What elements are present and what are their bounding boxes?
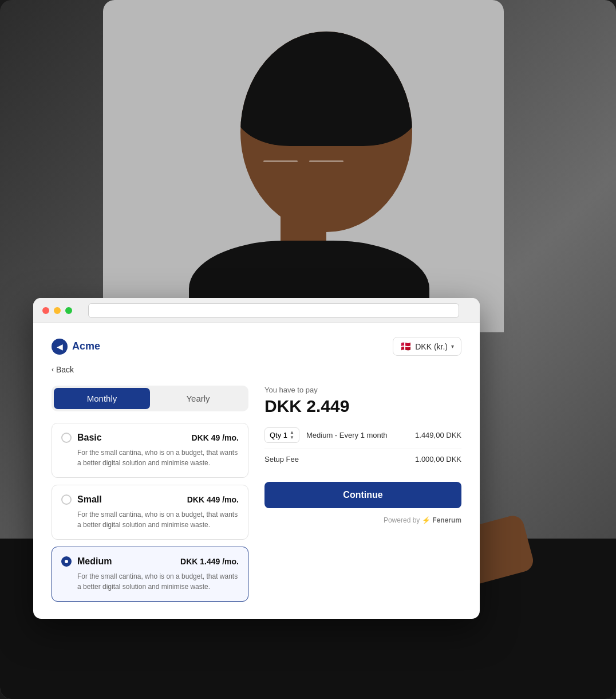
plan-card-medium[interactable]: Medium DKK 1.449 /mo. For the small cant… bbox=[52, 547, 248, 602]
order-details: Qty 1 ▲ ▼ Medium - Every 1 month 1.449,0… bbox=[264, 427, 461, 464]
powered-by: Powered by ⚡ Fenerum bbox=[264, 516, 461, 524]
radio-small[interactable] bbox=[61, 494, 72, 505]
plan-price-basic: DKK 49 /mo. bbox=[192, 433, 239, 442]
browser-window: ◀ Acme 🇩🇰 DKK (kr.) ▾ ‹ Back Monthly Yea… bbox=[33, 298, 480, 619]
window-close-dot[interactable] bbox=[42, 307, 49, 314]
app-header: ◀ Acme 🇩🇰 DKK (kr.) ▾ bbox=[52, 337, 461, 356]
radio-basic[interactable] bbox=[61, 433, 72, 443]
window-minimize-dot[interactable] bbox=[54, 307, 61, 314]
setup-fee-row: Setup Fee 1.000,00 DKK bbox=[264, 455, 461, 464]
address-bar[interactable] bbox=[88, 303, 459, 318]
qty-value: Qty 1 bbox=[270, 431, 287, 439]
continue-button[interactable]: Continue bbox=[264, 482, 461, 508]
qty-up-icon[interactable]: ▲ bbox=[290, 430, 294, 435]
main-layout: Monthly Yearly Basic DKK 49 /mo. For the… bbox=[52, 386, 461, 608]
browser-chrome bbox=[33, 298, 480, 323]
app-content: ◀ Acme 🇩🇰 DKK (kr.) ▾ ‹ Back Monthly Yea… bbox=[33, 323, 480, 619]
window-maximize-dot[interactable] bbox=[65, 307, 72, 314]
logo-text: Acme bbox=[72, 340, 100, 352]
setup-fee-label: Setup Fee bbox=[264, 455, 299, 464]
order-item-price: 1.449,00 DKK bbox=[415, 431, 461, 439]
plan-name-row-small: Small bbox=[61, 494, 102, 505]
qty-selector[interactable]: Qty 1 ▲ ▼ bbox=[264, 427, 299, 443]
back-chevron-icon: ‹ bbox=[52, 366, 54, 374]
logo-area: ◀ Acme bbox=[52, 339, 100, 355]
plan-price-medium: DKK 1.449 /mo. bbox=[180, 557, 239, 566]
currency-label: DKK (kr.) bbox=[415, 342, 448, 351]
fenerum-logo: ⚡ Fenerum bbox=[422, 516, 461, 524]
currency-selector[interactable]: 🇩🇰 DKK (kr.) ▾ bbox=[393, 337, 461, 356]
plan-name-small: Small bbox=[77, 494, 102, 505]
payment-amount: DKK 2.449 bbox=[264, 396, 461, 416]
billing-toggle: Monthly Yearly bbox=[52, 386, 248, 411]
plan-desc-basic: For the small cantina, who is on a budge… bbox=[61, 447, 239, 468]
setup-fee-price: 1.000,00 DKK bbox=[415, 455, 461, 464]
fenerum-icon: ⚡ bbox=[422, 516, 431, 524]
chevron-down-icon: ▾ bbox=[451, 343, 454, 350]
plan-card-basic[interactable]: Basic DKK 49 /mo. For the small cantina,… bbox=[52, 423, 248, 478]
flag-icon: 🇩🇰 bbox=[400, 341, 412, 352]
plan-name-row-basic: Basic bbox=[61, 433, 102, 443]
yearly-toggle-button[interactable]: Yearly bbox=[150, 388, 246, 409]
plan-card-small[interactable]: Small DKK 449 /mo. For the small cantina… bbox=[52, 485, 248, 540]
plan-price-small: DKK 449 /mo. bbox=[187, 495, 239, 504]
payment-label: You have to pay bbox=[264, 386, 461, 394]
monthly-toggle-button[interactable]: Monthly bbox=[54, 388, 150, 409]
left-column: Monthly Yearly Basic DKK 49 /mo. For the… bbox=[52, 386, 248, 608]
qty-down-icon[interactable]: ▼ bbox=[290, 435, 294, 440]
plan-name-row-medium: Medium bbox=[61, 556, 112, 567]
plan-desc-small: For the small cantina, who is on a budge… bbox=[61, 509, 239, 530]
plan-name-basic: Basic bbox=[77, 433, 102, 443]
divider bbox=[264, 449, 461, 449]
payment-panel: You have to pay DKK 2.449 Qty 1 ▲ ▼ Medi… bbox=[264, 386, 461, 608]
plan-desc-medium: For the small cantina, who is on a budge… bbox=[61, 571, 239, 592]
radio-inner-medium bbox=[65, 560, 68, 563]
plan-name-medium: Medium bbox=[77, 556, 112, 567]
radio-medium[interactable] bbox=[61, 556, 72, 567]
qty-arrows: ▲ ▼ bbox=[290, 430, 294, 440]
back-link[interactable]: ‹ Back bbox=[52, 365, 461, 374]
powered-by-label: Powered by bbox=[384, 516, 420, 524]
back-label: Back bbox=[56, 365, 74, 374]
qty-row: Qty 1 ▲ ▼ Medium - Every 1 month 1.449,0… bbox=[264, 427, 461, 443]
fenerum-brand-name: Fenerum bbox=[432, 516, 461, 524]
order-item-description: Medium - Every 1 month bbox=[306, 431, 408, 439]
logo-icon: ◀ bbox=[52, 339, 68, 355]
